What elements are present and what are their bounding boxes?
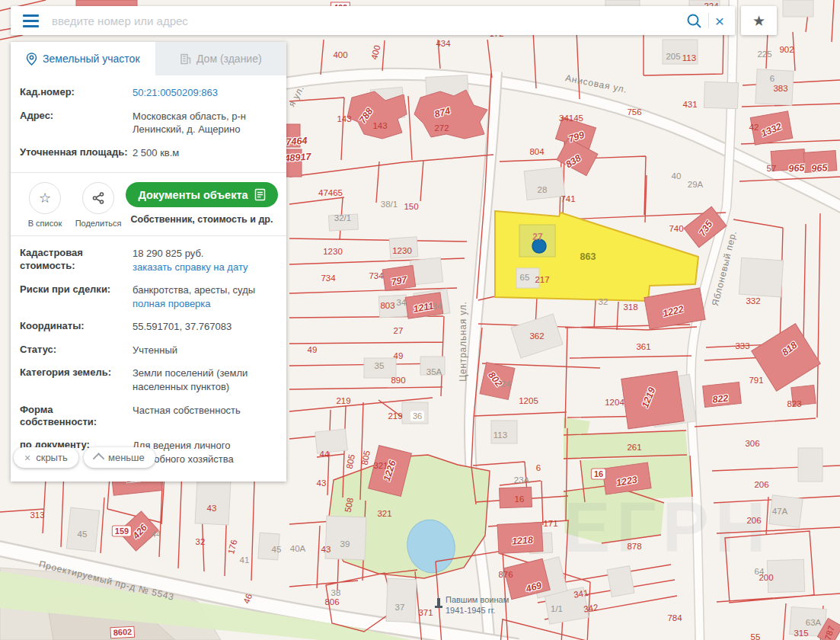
monument-line2: 1941-1945 гг. bbox=[446, 606, 509, 616]
close-icon: × bbox=[24, 453, 30, 463]
panel-detail-fields: Кадастровая стоимость:18 290 825 руб.зак… bbox=[11, 236, 286, 482]
share-button[interactable]: Поделиться bbox=[72, 182, 125, 228]
field-value-text: Земли поселений (земли населенных пункто… bbox=[133, 366, 277, 393]
tab-land-parcel[interactable]: Земельный участок bbox=[11, 42, 155, 75]
field-value-text: Частная собственность bbox=[133, 404, 277, 418]
monument-line1: Павшим воинам bbox=[446, 595, 509, 606]
field-label: Форма собственности: bbox=[20, 404, 133, 430]
star-outline-icon: ☆ bbox=[29, 182, 61, 214]
field-value: банкротства, аресты, судыполная проверка bbox=[133, 283, 277, 310]
field-value: 55.591701, 37.767083 bbox=[133, 320, 277, 334]
hide-panel-button[interactable]: × скрыть bbox=[14, 447, 78, 468]
detail-row: Риски при сделки:банкротства, аресты, су… bbox=[11, 283, 286, 310]
monument-icon bbox=[435, 598, 442, 609]
tab-label: Земельный участок bbox=[43, 53, 139, 65]
add-to-list-label: В список bbox=[28, 219, 62, 228]
add-to-list-button[interactable]: ☆ В список bbox=[18, 182, 72, 228]
field-value: Частная собственность bbox=[133, 404, 277, 430]
info-row: Уточненная площадь:2 500 кв.м bbox=[11, 146, 286, 160]
hide-label: скрыть bbox=[36, 452, 68, 463]
search-bar: × bbox=[11, 6, 735, 35]
tab-bar: Земельный участок Дом (здание) bbox=[11, 42, 286, 75]
menu-icon[interactable] bbox=[11, 14, 50, 27]
panel-main-fields: Кад.номер:50:21:0050209:863Адрес:Московс… bbox=[11, 75, 286, 172]
field-value: Учтенный bbox=[133, 344, 277, 357]
share-icon bbox=[82, 182, 114, 214]
field-label: Адрес: bbox=[20, 110, 133, 136]
tab-label: Дом (здание) bbox=[196, 53, 262, 65]
field-label: Категория земель: bbox=[20, 366, 133, 393]
field-label: Координаты: bbox=[20, 320, 133, 334]
field-label: Кадастровая стоимость: bbox=[20, 247, 133, 274]
search-icon[interactable] bbox=[685, 12, 702, 29]
field-value-text: 18 290 825 руб. bbox=[133, 247, 277, 261]
favorites-button[interactable]: ★ bbox=[741, 6, 777, 35]
field-value-link[interactable]: полная проверка bbox=[133, 297, 211, 311]
docs-button-label: Документы объекта bbox=[138, 189, 248, 201]
field-value: 50:21:0050209:863 bbox=[133, 86, 277, 100]
search-input[interactable] bbox=[50, 14, 685, 28]
tab-building[interactable]: Дом (здание) bbox=[155, 42, 286, 75]
field-label: Статус: bbox=[20, 344, 133, 357]
field-value-text: 55.591701, 37.767083 bbox=[133, 320, 277, 334]
field-value: 2 500 кв.м bbox=[133, 146, 277, 160]
field-label: Кад.номер: bbox=[20, 86, 133, 100]
collapse-panel-button[interactable]: меньше bbox=[84, 447, 155, 468]
info-row: Кад.номер:50:21:0050209:863 bbox=[11, 86, 286, 100]
parcel-info-panel: Земельный участок Дом (здание) Кад.номер… bbox=[11, 42, 286, 482]
detail-row: Категория земель:Земли поселений (земли … bbox=[11, 366, 286, 393]
document-icon bbox=[254, 188, 266, 201]
cadastral-map-app: ЕГРН 40635622440040043417220511322590263… bbox=[0, 0, 840, 640]
field-value-link[interactable]: 50:21:0050209:863 bbox=[133, 86, 218, 100]
field-value: Земли поселений (земли населенных пункто… bbox=[133, 366, 277, 393]
detail-row: Статус:Учтенный bbox=[11, 344, 286, 357]
monument-label: Павшим воинам 1941-1945 гг. bbox=[446, 595, 509, 616]
location-pin-icon bbox=[26, 53, 37, 66]
action-area: ☆ В список Поделиться Документы объекта bbox=[11, 172, 286, 236]
location-dot bbox=[532, 239, 546, 253]
info-row: Адрес:Московская область, р-н Ленинский,… bbox=[11, 110, 286, 136]
building-icon bbox=[180, 53, 191, 65]
field-label: Уточненная площадь: bbox=[20, 146, 133, 160]
detail-row: Форма собственности:Частная собственност… bbox=[11, 404, 286, 430]
less-label: меньше bbox=[108, 452, 145, 463]
share-label: Поделиться bbox=[75, 219, 122, 228]
field-value-text: банкротства, аресты, суды bbox=[133, 283, 277, 297]
detail-row: Кадастровая стоимость:18 290 825 руб.зак… bbox=[11, 247, 286, 274]
docs-subtitle: Собственник, стоимость и др. bbox=[131, 214, 273, 225]
object-documents-button[interactable]: Документы объекта bbox=[126, 182, 277, 207]
divider bbox=[708, 13, 709, 28]
field-label: Риски при сделки: bbox=[20, 283, 133, 310]
detail-row: Координаты:55.591701, 37.767083 bbox=[11, 320, 286, 334]
field-value: Московская область, р-н Ленинский, д. Ащ… bbox=[133, 110, 277, 136]
field-value: 18 290 825 руб.заказать справку на дату bbox=[133, 247, 277, 274]
field-value-text: Учтенный bbox=[133, 344, 277, 357]
close-icon[interactable]: × bbox=[715, 13, 735, 29]
field-value-link[interactable]: заказать справку на дату bbox=[133, 261, 248, 274]
chevron-up-icon bbox=[93, 453, 105, 465]
